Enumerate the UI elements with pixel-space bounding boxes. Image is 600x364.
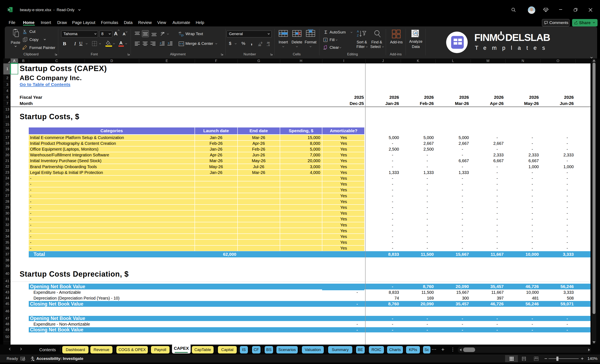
- svg-text:ab: ab: [179, 31, 181, 34]
- svg-text:.00: .00: [258, 44, 261, 46]
- svg-text:→0: →0: [266, 44, 270, 46]
- svg-text:Z: Z: [357, 34, 359, 37]
- svg-text:.00: .00: [266, 42, 270, 44]
- svg-text:x: x: [8, 8, 10, 11]
- svg-text:←0: ←0: [259, 42, 262, 44]
- svg-text:A: A: [357, 29, 359, 33]
- svg-text:ab: ab: [161, 31, 163, 34]
